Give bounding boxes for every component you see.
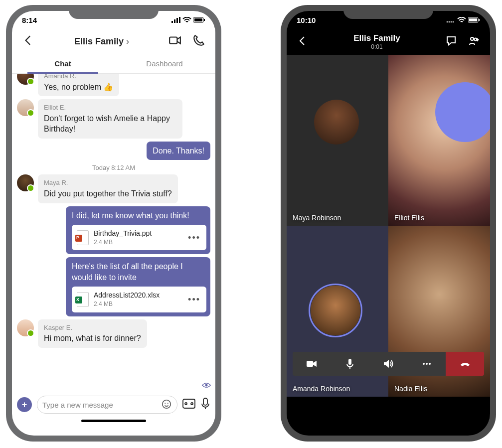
svg-rect-26 — [348, 359, 351, 365]
message-placeholder: Type a new message — [42, 401, 113, 409]
call-title-text: Ellis Family — [316, 33, 438, 43]
svg-rect-1 — [174, 19, 175, 23]
call-controls — [293, 352, 484, 376]
svg-point-8 — [205, 384, 208, 387]
file-name: Birthday_Trivia.ppt — [94, 229, 182, 238]
message-bubble-incoming[interactable]: Maya R. Did you put together the Trivia … — [38, 174, 178, 203]
svg-point-23 — [471, 37, 474, 40]
status-icons — [171, 17, 205, 23]
status-time: 10:10 — [297, 16, 316, 24]
signal-icon — [446, 17, 455, 23]
svg-rect-15 — [203, 398, 207, 405]
participant-name: Elliot Ellis — [394, 214, 424, 222]
toggle-speaker-button[interactable] — [369, 352, 408, 376]
message-row: Elliot E. Don't forget to wish Amelie a … — [17, 99, 210, 139]
chevron-right-icon: › — [126, 36, 129, 46]
message-text: Did you put together the Trivia stuff? — [44, 188, 172, 199]
avatar[interactable] — [17, 319, 34, 336]
svg-point-13 — [185, 403, 187, 405]
composer: + Type a new message — [12, 392, 215, 418]
avatar[interactable] — [17, 99, 34, 116]
voice-message-button[interactable] — [200, 398, 210, 412]
message-text: Hi mom, what is for dinner? — [44, 333, 141, 344]
message-bubble-incoming[interactable]: Kasper E. Hi mom, what is for dinner? — [38, 319, 147, 348]
participant-name: Maya Robinson — [293, 214, 341, 222]
svg-rect-3 — [179, 17, 180, 23]
message-text: Here's the list of all the people I woul… — [72, 261, 204, 283]
chat-button[interactable] — [441, 33, 461, 51]
toggle-mic-button[interactable] — [331, 352, 369, 376]
message-bubble-outgoing[interactable]: Here's the list of all the people I woul… — [66, 257, 210, 316]
chat-title[interactable]: Ellis Family › — [42, 36, 162, 47]
svg-point-28 — [426, 363, 428, 365]
svg-rect-7 — [169, 37, 177, 44]
gif-button[interactable] — [182, 399, 195, 411]
attach-button[interactable]: + — [17, 397, 32, 412]
participant-name: Amanda Robinson — [293, 385, 350, 393]
more-options-button[interactable] — [407, 352, 446, 376]
file-attachment[interactable]: Birthday_Trivia.ppt 2.4 MB ••• — [72, 225, 206, 250]
message-row: Here's the list of all the people I woul… — [17, 257, 210, 316]
avatar[interactable] — [17, 174, 34, 191]
hangup-button[interactable] — [446, 352, 484, 376]
participant-name: Nadia Ellis — [394, 385, 427, 393]
file-attachment[interactable]: AddressList2020.xlsx 2.4 MB ••• — [72, 287, 206, 312]
message-list[interactable]: Amanda R. Yes, no problem 👍 Elliot E. Do… — [12, 74, 215, 392]
timestamp-divider: Today 8:12 AM — [15, 164, 212, 171]
message-bubble-outgoing[interactable]: Done. Thanks! — [147, 142, 210, 160]
tab-chat[interactable]: Chat — [12, 54, 114, 73]
notch — [69, 5, 159, 19]
phone-chat: 8:14 Ellis Family › Chat D — [6, 5, 221, 442]
audio-call-button[interactable] — [188, 32, 209, 51]
notch — [343, 5, 433, 19]
back-button[interactable] — [293, 33, 313, 51]
message-row: Maya R. Did you put together the Trivia … — [17, 174, 210, 203]
message-text: Done. Thanks! — [153, 146, 204, 156]
emoji-button[interactable] — [161, 399, 172, 411]
message-input[interactable]: Type a new message — [37, 396, 177, 414]
svg-point-19 — [453, 21, 454, 23]
reaction-overlay — [435, 82, 490, 142]
file-size: 2.4 MB — [94, 300, 182, 308]
participant-tile[interactable]: Elliot Ellis — [388, 55, 490, 226]
svg-point-14 — [191, 403, 193, 405]
screen-call: 10:10 Ellis Family 0:01 — [287, 11, 490, 436]
svg-rect-21 — [469, 18, 477, 21]
participant-tile[interactable]: Maya Robinson — [287, 55, 388, 226]
message-text: I did, let me know what you think! — [72, 210, 204, 221]
tab-bar: Chat Dashboard — [12, 54, 215, 74]
home-indicator[interactable] — [12, 418, 215, 427]
svg-point-10 — [165, 403, 166, 404]
message-row: I did, let me know what you think! Birth… — [17, 206, 210, 255]
file-info: Birthday_Trivia.ppt 2.4 MB — [94, 229, 182, 246]
screen-chat: 8:14 Ellis Family › Chat D — [12, 11, 215, 436]
message-bubble-incoming[interactable]: Amanda R. Yes, no problem 👍 — [38, 74, 119, 96]
excel-icon — [77, 292, 89, 307]
back-button[interactable] — [18, 32, 39, 51]
message-bubble-outgoing[interactable]: I did, let me know what you think! Birth… — [66, 206, 210, 255]
svg-rect-25 — [307, 361, 313, 367]
svg-point-17 — [449, 21, 450, 23]
tab-dashboard[interactable]: Dashboard — [114, 54, 215, 73]
status-icons — [446, 17, 480, 23]
file-size: 2.4 MB — [94, 238, 182, 246]
seen-indicator-icon — [201, 382, 211, 391]
signal-icon — [171, 17, 180, 23]
avatar[interactable] — [17, 74, 34, 85]
message-text: Don't forget to wish Amelie a Happy Birt… — [44, 113, 176, 135]
message-bubble-incoming[interactable]: Elliot E. Don't forget to wish Amelie a … — [38, 99, 182, 139]
sender-name: Elliot E. — [44, 103, 176, 112]
file-more-button[interactable]: ••• — [187, 294, 201, 305]
wifi-icon — [182, 17, 191, 23]
sender-name: Amanda R. — [44, 74, 113, 81]
video-call-button[interactable] — [165, 32, 185, 51]
file-more-button[interactable]: ••• — [187, 232, 201, 244]
file-name: AddressList2020.xlsx — [94, 291, 182, 300]
svg-point-29 — [429, 363, 431, 365]
add-participant-button[interactable] — [464, 33, 484, 51]
chat-title-text: Ellis Family — [74, 36, 124, 46]
video-grid: Maya Robinson Elliot Ellis Amanda Robins… — [287, 55, 490, 397]
toggle-camera-button[interactable] — [293, 352, 331, 376]
message-row: Amanda R. Yes, no problem 👍 — [17, 74, 210, 96]
message-row: Done. Thanks! — [17, 142, 210, 160]
